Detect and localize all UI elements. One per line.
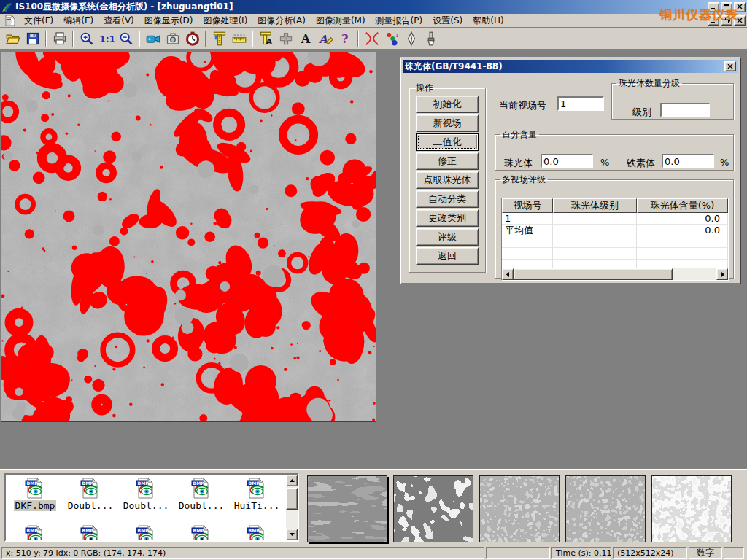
edit-annotation-icon[interactable]: A [316, 30, 334, 48]
col-field-number[interactable]: 视场号 [502, 198, 553, 213]
file-name[interactable]: Doubl... [66, 500, 115, 511]
open-file-icon[interactable] [4, 30, 22, 48]
col-pearlite-content[interactable]: 珠光体含量(%) [637, 198, 728, 213]
minimize-button[interactable] [708, 2, 719, 12]
table-row[interactable]: 平均值 0.0 [502, 225, 729, 236]
menu-image-display[interactable]: 图像显示(D) [139, 13, 198, 28]
menu-settings[interactable]: 设置(S) [427, 13, 468, 28]
scrollbar-thumb[interactable] [514, 268, 673, 280]
pearlite-percent-input[interactable] [541, 154, 593, 168]
mdi-close-button[interactable] [734, 15, 746, 26]
correct-button[interactable]: 修正 [416, 152, 479, 170]
cell-level [553, 213, 637, 225]
file-list-scrollbar[interactable] [286, 475, 298, 540]
scroll-up-icon[interactable] [286, 475, 298, 486]
cell-pearlite: 0.0 [637, 213, 728, 225]
gallery-thumbnail-5[interactable] [651, 475, 732, 542]
save-icon[interactable] [23, 30, 42, 48]
phase-color-icon[interactable]: 3 [382, 30, 400, 48]
measure-label-icon[interactable]: A [257, 30, 275, 48]
help-icon[interactable]: ? [336, 30, 354, 48]
bmp-file-icon: BMP [245, 477, 268, 500]
svg-text:BMP: BMP [193, 528, 205, 533]
menu-help[interactable]: 帮助(H) [468, 13, 508, 28]
file-item[interactable]: BMP [7, 524, 63, 542]
new-field-button[interactable]: 新视场 [416, 114, 479, 132]
brush-tool-icon[interactable] [422, 30, 440, 48]
dialog-close-button[interactable] [724, 61, 736, 71]
file-item[interactable]: BMP [174, 524, 229, 542]
zoom-in-icon[interactable] [77, 30, 96, 48]
cell-level [553, 225, 637, 236]
rating-table-header: 视场号 珠光体级别 珠光体含量(%) 铁素体 [502, 198, 729, 213]
menu-view[interactable]: 查看(V) [98, 13, 139, 28]
file-list[interactable]: BMP DKF.bmp BMP Doubl... BMP Doubl... BM… [4, 473, 299, 542]
scroll-right-icon[interactable] [716, 268, 728, 280]
micrograph-viewport[interactable] [1, 52, 376, 422]
maximize-button[interactable] [721, 2, 732, 12]
col-pearlite-level[interactable]: 珠光体级别 [553, 198, 637, 213]
binarize-button[interactable]: 二值化 [416, 133, 479, 151]
menu-measure-report[interactable]: 测量报告(P) [371, 13, 428, 28]
return-button[interactable]: 返回 [416, 247, 479, 265]
file-item[interactable]: BMP HuiTi... [229, 477, 285, 511]
gallery-thumbnail-4[interactable] [565, 475, 646, 542]
scrollbar-thumb[interactable] [286, 488, 298, 510]
bmp-file-icon: BMP [190, 477, 213, 500]
ferrite-percent-input[interactable] [662, 154, 714, 168]
file-item[interactable]: BMP Doubl... [118, 477, 174, 511]
change-class-button[interactable]: 更改类别 [416, 209, 479, 227]
menu-file[interactable]: 文件(F) [19, 13, 58, 28]
file-name[interactable]: DKF.bmp [14, 500, 57, 511]
level-label: 级别 [632, 106, 651, 119]
menu-bar: DOC 文件(F) 编辑(E) 查看(V) 图像显示(D) 图像处理(I) 图像… [0, 14, 747, 28]
menu-edit[interactable]: 编辑(E) [58, 13, 98, 28]
file-item[interactable]: BMP [63, 524, 118, 542]
file-name[interactable]: Doubl... [177, 500, 226, 511]
curve-tool-icon[interactable] [363, 30, 381, 48]
timer-icon[interactable] [183, 30, 201, 48]
menu-image-analysis[interactable]: 图像分析(A) [252, 13, 311, 28]
mdi-restore-button[interactable] [721, 15, 732, 26]
print-icon[interactable] [50, 30, 69, 48]
rating-table[interactable]: 视场号 珠光体级别 珠光体含量(%) 铁素体 1 0.0 [501, 198, 729, 281]
close-button[interactable] [734, 2, 746, 12]
file-item[interactable]: BMP Doubl... [174, 477, 229, 511]
menu-image-processing[interactable]: 图像处理(I) [198, 13, 252, 28]
table-horizontal-scrollbar[interactable] [502, 268, 728, 280]
file-name[interactable]: HuiTi... [233, 500, 282, 511]
camera-capture-icon[interactable] [163, 30, 182, 48]
file-item[interactable]: BMP [229, 524, 285, 542]
micrograph-image[interactable] [1, 52, 376, 421]
gallery-thumbnail-1[interactable] [307, 475, 387, 542]
table-row[interactable]: 1 0.0 [502, 213, 729, 225]
pearlite-percent-sign: % [600, 157, 609, 168]
scroll-down-icon[interactable] [286, 529, 298, 540]
menu-image-measure[interactable]: 图像测量(M) [311, 13, 371, 28]
actual-size-icon[interactable]: 1:1 [97, 30, 115, 48]
mdi-minimize-button[interactable] [708, 15, 719, 26]
zoom-out-icon[interactable] [117, 30, 135, 48]
ruler-icon[interactable] [230, 30, 248, 48]
pick-pearlite-button[interactable]: 点取珠光体 [416, 171, 479, 189]
video-capture-icon[interactable] [144, 30, 162, 48]
col-ferrite[interactable]: 铁素体 [728, 198, 729, 213]
gallery-thumbnail-2[interactable] [393, 475, 473, 542]
scroll-left-icon[interactable] [502, 268, 514, 280]
rate-button[interactable]: 评级 [416, 228, 479, 246]
dialog-title-bar[interactable]: 珠光体(GB/T9441-88) [403, 60, 738, 73]
move-cross-icon[interactable] [276, 30, 295, 48]
file-item[interactable]: BMP Doubl... [63, 477, 118, 511]
text-annotation-icon[interactable]: A [296, 30, 314, 48]
auto-classify-button[interactable]: 自动分类 [416, 190, 479, 208]
file-item[interactable]: BMP DKF.bmp [7, 477, 63, 511]
current-field-input[interactable] [557, 96, 604, 111]
caliper-icon[interactable] [210, 30, 228, 48]
file-name[interactable]: Doubl... [122, 500, 171, 511]
init-button[interactable]: 初始化 [416, 96, 479, 113]
level-input[interactable] [660, 103, 710, 117]
file-item[interactable]: BMP [118, 524, 174, 542]
document-icon[interactable]: DOC [4, 15, 16, 26]
pen-tool-icon[interactable] [402, 30, 420, 48]
gallery-thumbnail-3[interactable] [479, 475, 560, 542]
